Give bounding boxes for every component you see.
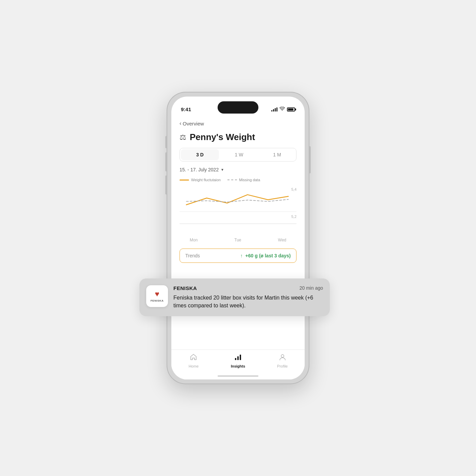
back-chevron-icon: ‹ — [180, 120, 181, 126]
weight-icon: ⚖ — [180, 133, 186, 142]
page-title-row: ⚖ Penny's Weight — [171, 129, 305, 148]
trends-box[interactable]: Trends ↑ +60 g (ø last 3 days) — [180, 249, 296, 263]
notif-app-icon: ♥ FENISKA — [146, 285, 168, 307]
legend-row: Weight fluctutaion Missing data — [171, 176, 305, 185]
svg-rect-3 — [240, 355, 241, 360]
notif-message: Feniska tracked 20 litter box visits for… — [173, 294, 323, 309]
signal-icon — [271, 107, 277, 112]
tab-home-label: Home — [189, 364, 199, 368]
tab-insights-label: Insights — [231, 364, 245, 368]
home-indicator — [218, 375, 258, 377]
notification-banner[interactable]: ♥ FENISKA FENISKA 20 min ago Feniska tra… — [139, 278, 330, 316]
notif-time: 20 min ago — [300, 285, 323, 291]
svg-point-4 — [281, 355, 284, 357]
back-label: Overview — [183, 121, 204, 126]
chart-x-labels: Mon Tue Wed — [171, 236, 305, 244]
chart-bottom: 5,2 — [180, 212, 296, 236]
notif-brand-icon-text: FENISKA — [151, 299, 164, 302]
silent-switch — [165, 136, 167, 148]
page-title: Penny's Weight — [190, 132, 255, 142]
tab-home[interactable]: Home — [180, 353, 207, 368]
date-range-row[interactable]: 15. - 17. July 2022 ▾ — [171, 167, 305, 176]
legend-dashed: Missing data — [227, 178, 260, 182]
phone-frame: 9:41 — [167, 92, 309, 384]
x-label-tue: Tue — [234, 238, 241, 242]
tab-profile-label: Profile — [277, 364, 288, 368]
profile-icon — [279, 353, 286, 363]
trends-value-text: +60 g (ø last 3 days) — [245, 253, 291, 258]
home-icon — [190, 353, 197, 363]
dynamic-island — [218, 101, 258, 114]
trends-arrow-icon: ↑ — [240, 253, 243, 258]
trends-label: Trends — [185, 253, 200, 258]
notif-app-name: FENISKA — [173, 285, 197, 291]
svg-rect-1 — [235, 358, 236, 360]
status-icons — [271, 107, 295, 112]
notif-content: FENISKA 20 min ago Feniska tracked 20 li… — [173, 285, 323, 309]
insights-icon — [234, 353, 242, 363]
power-button — [309, 146, 311, 173]
legend-dashed-line — [227, 180, 237, 180]
x-label-wed: Wed — [278, 238, 286, 242]
tab-bar: Home Insights — [171, 350, 305, 379]
legend-solid-label: Weight fluctutaion — [191, 178, 221, 182]
status-time: 9:41 — [181, 106, 191, 112]
notif-heart-icon: ♥ — [155, 290, 159, 299]
wifi-icon — [279, 107, 285, 112]
notif-header: FENISKA 20 min ago — [173, 285, 323, 291]
period-3d[interactable]: 3 D — [181, 149, 219, 160]
phone-screen: 9:41 — [171, 97, 305, 379]
legend-dashed-label: Missing data — [239, 178, 260, 182]
tab-profile[interactable]: Profile — [269, 353, 296, 368]
period-selector[interactable]: 3 D 1 W 1 M — [180, 148, 296, 162]
volume-up-button — [165, 152, 167, 171]
period-1w[interactable]: 1 W — [220, 148, 258, 161]
chart-top: 5,4 — [180, 185, 296, 212]
trends-value: ↑ +60 g (ø last 3 days) — [240, 253, 291, 258]
chart-svg-bottom — [180, 212, 296, 236]
legend-solid: Weight fluctutaion — [180, 178, 221, 182]
app-content: ‹ Overview ⚖ Penny's Weight 3 D 1 W 1 M … — [171, 115, 305, 379]
chart-svg-top — [180, 185, 296, 211]
svg-rect-2 — [237, 356, 239, 360]
legend-solid-line — [180, 180, 189, 181]
tab-insights[interactable]: Insights — [224, 353, 252, 368]
battery-icon — [287, 107, 295, 112]
back-nav[interactable]: ‹ Overview — [171, 115, 305, 129]
volume-down-button — [165, 175, 167, 194]
period-1m[interactable]: 1 M — [258, 148, 296, 161]
date-dropdown-icon: ▾ — [221, 167, 223, 172]
x-label-mon: Mon — [190, 238, 198, 242]
date-range-text: 15. - 17. July 2022 — [180, 167, 219, 172]
